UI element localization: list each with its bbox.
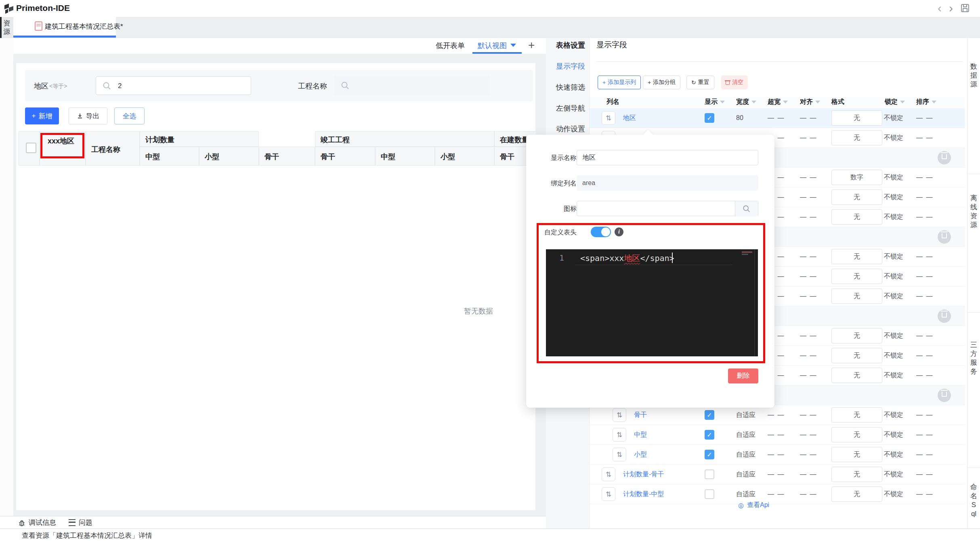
lock-value[interactable]: 不锁定 bbox=[884, 326, 903, 345]
overwide-value[interactable]: — — bbox=[768, 445, 785, 464]
default-view-tab[interactable]: 默认视图 bbox=[478, 41, 507, 51]
view-caret-icon[interactable] bbox=[510, 44, 516, 47]
format-select[interactable]: 无 bbox=[831, 407, 882, 423]
delete-button[interactable]: 删除 bbox=[728, 368, 758, 383]
format-select[interactable]: 数字 bbox=[831, 170, 882, 185]
format-select[interactable]: 无 bbox=[831, 348, 882, 363]
show-checkbox[interactable] bbox=[705, 469, 714, 479]
align-value[interactable]: — — bbox=[800, 326, 817, 345]
align-value[interactable]: — — bbox=[800, 484, 817, 504]
sort-value[interactable]: — — bbox=[916, 247, 933, 266]
panel-tab-display-fields[interactable]: 显示字段 bbox=[556, 61, 585, 71]
align-value[interactable]: — — bbox=[800, 405, 817, 425]
show-checkbox[interactable]: ✓ bbox=[705, 410, 714, 420]
format-select[interactable]: 无 bbox=[831, 467, 882, 482]
align-value[interactable]: — — bbox=[800, 445, 817, 464]
format-select[interactable]: 无 bbox=[831, 447, 882, 462]
lock-value[interactable]: 不锁定 bbox=[884, 346, 903, 365]
problems-item[interactable]: 问题 bbox=[69, 518, 92, 527]
add-display-column-button[interactable]: + 添加显示列 bbox=[598, 76, 641, 89]
panel-tab-quick-filter[interactable]: 快速筛选 bbox=[556, 82, 585, 92]
align-value[interactable]: — — bbox=[800, 128, 817, 147]
field-grid-row[interactable]: ⇅ 计划数量-中型 自适应 — — — — 无 不锁定 — — bbox=[590, 484, 965, 504]
header-completed-backbone[interactable]: 骨干 bbox=[315, 147, 375, 166]
format-select[interactable]: 无 bbox=[831, 368, 882, 383]
reset-button[interactable]: ↻ 重置 bbox=[686, 76, 714, 89]
field-grid-row[interactable]: ⇅ 中型 ✓ 自适应 — — — — 无 不锁定 — — bbox=[590, 425, 965, 445]
overwide-value[interactable]: — — bbox=[768, 405, 785, 425]
header-completed-medium[interactable]: 中型 bbox=[375, 147, 435, 166]
header-planned-backbone[interactable]: 骨干 bbox=[259, 147, 315, 166]
align-value[interactable]: — — bbox=[800, 207, 817, 227]
icon-search-button[interactable] bbox=[735, 201, 758, 217]
header-planned-medium[interactable]: 中型 bbox=[140, 147, 199, 166]
field-name-link[interactable]: 计划数量-中型 bbox=[623, 484, 664, 504]
format-select[interactable]: 无 bbox=[831, 130, 882, 145]
align-value[interactable]: — — bbox=[800, 267, 817, 286]
sort-value[interactable]: — — bbox=[916, 128, 933, 147]
sort-value[interactable]: — — bbox=[916, 425, 933, 444]
delete-group-icon[interactable] bbox=[938, 309, 951, 323]
lock-value[interactable]: 不锁定 bbox=[884, 108, 903, 128]
lock-value[interactable]: 不锁定 bbox=[884, 366, 903, 385]
lock-value[interactable]: 不锁定 bbox=[884, 207, 903, 227]
tab-close-icon[interactable]: × bbox=[102, 21, 106, 30]
sort-value[interactable]: — — bbox=[916, 346, 933, 365]
project-search-field[interactable] bbox=[334, 76, 490, 95]
field-grid-row[interactable]: ⇅ 计划数量-骨干 自适应 — — — — 无 不锁定 — — bbox=[590, 465, 965, 484]
format-select[interactable]: 无 bbox=[831, 110, 882, 126]
format-select[interactable]: 无 bbox=[831, 269, 882, 284]
rail-tab-thirdparty-services[interactable]: 三方服务 bbox=[967, 312, 980, 468]
field-grid-row[interactable]: ⇅ 骨干 ✓ 自适应 — — — — 无 不锁定 — — bbox=[590, 405, 965, 425]
col-width-header[interactable]: 宽度 bbox=[736, 98, 756, 106]
drag-handle-icon[interactable]: ⇅ bbox=[613, 428, 626, 442]
sort-value[interactable]: — — bbox=[916, 108, 933, 128]
sort-value[interactable]: — — bbox=[916, 286, 933, 306]
show-checkbox[interactable] bbox=[705, 489, 714, 499]
sort-value[interactable]: — — bbox=[916, 187, 933, 207]
display-name-input[interactable]: 地区 bbox=[577, 150, 758, 165]
select-all-checkbox[interactable] bbox=[26, 143, 36, 153]
rail-tab-datasource[interactable]: 数据源 bbox=[967, 38, 980, 174]
lock-value[interactable]: 不锁定 bbox=[884, 247, 903, 266]
field-name-link[interactable]: 中型 bbox=[634, 425, 647, 444]
sort-value[interactable]: — — bbox=[916, 405, 933, 425]
field-grid-row[interactable]: ⇅ 小型 ✓ 自适应 — — — — 无 不锁定 — — bbox=[590, 445, 965, 465]
lock-value[interactable]: 不锁定 bbox=[884, 168, 903, 187]
format-select[interactable]: 无 bbox=[831, 427, 882, 442]
width-value[interactable]: 自适应 bbox=[736, 465, 755, 484]
sort-value[interactable]: — — bbox=[916, 326, 933, 345]
align-value[interactable]: — — bbox=[800, 168, 817, 187]
field-grid-row[interactable]: ⇅ 地区 ✓ 80 — — — — 无 不锁定 — — bbox=[590, 108, 965, 128]
format-select[interactable]: 无 bbox=[831, 486, 882, 502]
show-checkbox[interactable]: ✓ bbox=[705, 113, 714, 123]
sort-value[interactable]: — — bbox=[916, 445, 933, 464]
sort-value[interactable]: — — bbox=[916, 267, 933, 286]
panel-tab-actions[interactable]: 动作设置 bbox=[556, 124, 585, 134]
field-name-link[interactable]: 地区 bbox=[623, 108, 636, 128]
code-line[interactable]: <span>xxx地区</span> bbox=[580, 253, 674, 264]
nav-forward-icon[interactable]: › bbox=[949, 1, 953, 15]
header-planned-small[interactable]: 小型 bbox=[199, 147, 259, 166]
col-overwide-header[interactable]: 超宽 bbox=[768, 98, 788, 106]
debug-info-item[interactable]: 调试信息 bbox=[18, 518, 56, 527]
panel-tab-left-nav[interactable]: 左侧导航 bbox=[556, 103, 585, 113]
sort-value[interactable]: — — bbox=[916, 168, 933, 187]
lock-value[interactable]: 不锁定 bbox=[884, 128, 903, 147]
col-sort-header[interactable]: 排序 bbox=[916, 98, 936, 106]
sort-value[interactable]: — — bbox=[916, 484, 933, 504]
lock-value[interactable]: 不锁定 bbox=[884, 465, 903, 484]
lock-value[interactable]: 不锁定 bbox=[884, 484, 903, 504]
delete-group-icon[interactable] bbox=[938, 389, 951, 402]
add-group-button[interactable]: + 添加分组 bbox=[643, 76, 680, 89]
select-all-button[interactable]: 全选 bbox=[114, 107, 145, 124]
align-value[interactable]: — — bbox=[800, 366, 817, 385]
align-value[interactable]: — — bbox=[800, 187, 817, 207]
add-row-button[interactable]: + 新增 bbox=[25, 107, 59, 124]
drag-handle-icon[interactable]: ⇅ bbox=[613, 448, 626, 461]
lock-value[interactable]: 不锁定 bbox=[884, 425, 903, 444]
col-lock-header[interactable]: 锁定 bbox=[885, 98, 905, 106]
drag-handle-icon[interactable]: ⇅ bbox=[602, 487, 615, 501]
custom-header-toggle[interactable] bbox=[591, 227, 611, 237]
lock-value[interactable]: 不锁定 bbox=[884, 267, 903, 286]
